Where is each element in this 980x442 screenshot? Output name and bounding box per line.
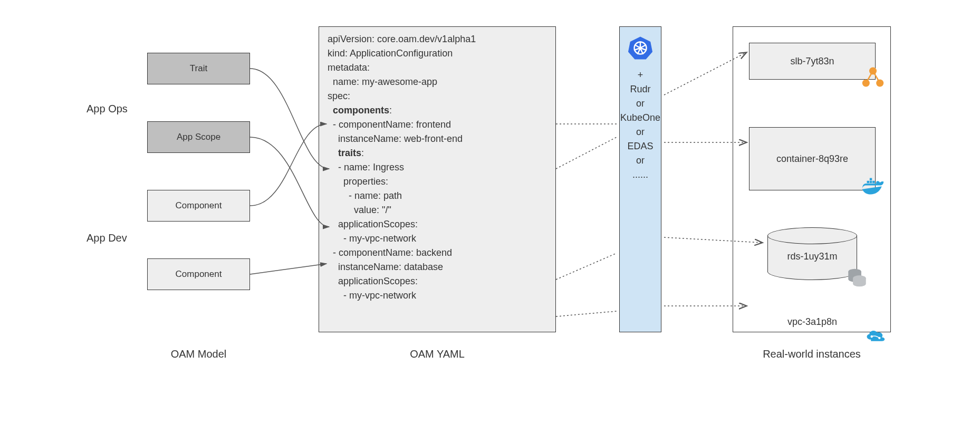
section-instances: Real-world instances [733,348,891,360]
model-scope-label: App Scope [177,132,220,142]
instance-slb-label: slb-7yt83n [790,56,834,67]
role-app-dev: App Dev [87,232,127,244]
model-component-2: Component [147,258,250,290]
yaml-line: value: "/" [328,203,547,217]
yaml-line: properties: [328,175,547,189]
runtime-item: KubeOne [620,111,661,125]
model-trait: Trait [147,53,250,84]
instance-vpc-label: vpc-3a1p8n [787,316,837,328]
model-component-1: Component [147,190,250,222]
yaml-line: instanceName: web-front-end [328,132,547,146]
model-scope: App Scope [147,121,250,153]
yaml-line: apiVersion: core.oam.dev/v1alpha1 [328,32,547,46]
runtime-dots: ...... [620,168,661,182]
yaml-line: metadata: [328,61,547,75]
runtime-or: or [620,97,661,111]
model-component-2-label: Component [176,269,222,280]
svg-line-13 [866,71,873,83]
database-icon [846,264,869,287]
docker-icon [861,176,885,199]
svg-rect-16 [870,181,872,183]
section-oam-yaml: OAM YAML [319,348,556,360]
yaml-line: - componentName: frontend [328,118,547,132]
yaml-block: apiVersion: core.oam.dev/v1alpha1 kind: … [319,26,556,332]
model-trait-label: Trait [190,63,207,74]
instance-container-label: container-8q93re [776,153,848,165]
kubernetes-icon [628,35,653,61]
svg-point-10 [869,68,877,75]
yaml-line: applicationScopes: [328,217,547,232]
runtime-item: EDAS [620,139,661,153]
svg-line-14 [873,71,880,83]
instance-rds-label: rds-1uy31m [767,251,857,262]
instance-rds: rds-1uy31m [767,227,857,280]
runtime-or: or [620,153,661,168]
load-balancer-icon [861,65,885,89]
model-component-1-label: Component [176,200,222,211]
yaml-line: instanceName: database [328,260,547,274]
runtime-plus: + [620,68,661,82]
instance-container: container-8q93re [749,127,876,190]
yaml-line: - my-vpc-network [328,232,547,246]
instance-vpc: vpc-3a1p8n [749,312,876,332]
role-app-ops: App Ops [87,103,128,115]
yaml-line: spec: [328,89,547,103]
yaml-line: components: [328,103,547,118]
svg-rect-15 [867,181,869,183]
section-oam-model: OAM Model [147,348,250,360]
yaml-line: - componentName: backend [328,246,547,260]
yaml-line: applicationScopes: [328,274,547,289]
svg-rect-17 [872,181,875,183]
yaml-line: kind: ApplicationConfiguration [328,46,547,61]
yaml-line: traits: [328,146,547,160]
instances-container: slb-7yt83n container-8q93re [733,26,891,332]
cloud-icon [864,323,887,347]
yaml-line: - my-vpc-network [328,289,547,303]
runtime-column: + Rudr or KubeOne or EDAS or ...... [619,26,661,332]
runtime-item: Rudr [620,82,661,97]
yaml-line: - name: Ingress [328,160,547,175]
yaml-line: name: my-awesome-app [328,75,547,89]
runtime-or: or [620,125,661,139]
svg-rect-18 [870,178,872,180]
diagram-canvas: App Ops App Dev Trait App Scope Componen… [79,11,901,380]
instance-slb: slb-7yt83n [749,43,876,80]
yaml-line: - name: path [328,189,547,203]
